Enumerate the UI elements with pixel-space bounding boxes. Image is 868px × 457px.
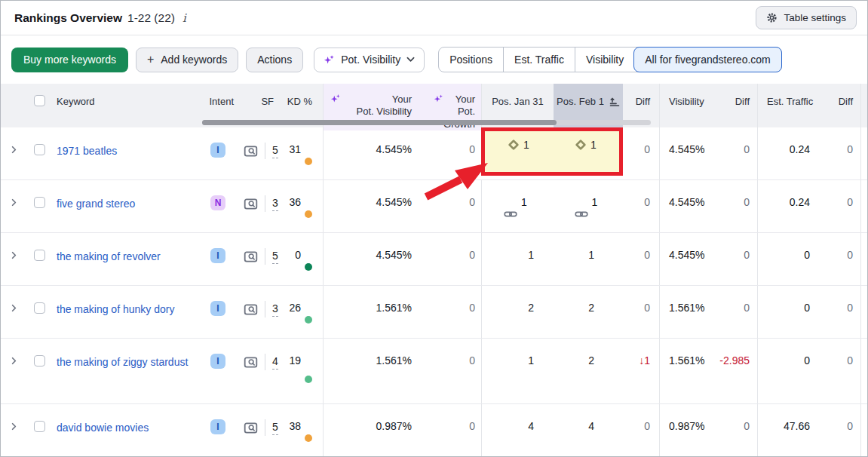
keyword-link[interactable]: the making of ziggy stardust	[57, 354, 188, 370]
info-icon[interactable]: i	[182, 11, 186, 25]
pot-visibility-value: 4.545%	[323, 127, 430, 179]
est-traffic-diff-value: 0	[810, 249, 853, 261]
link-icon	[575, 210, 588, 219]
column-header-est-traffic-group[interactable]: Est. Traffic Diff	[757, 84, 860, 130]
est-traffic-value: 47.66	[758, 420, 810, 432]
pot-visibility-value: 1.561%	[323, 286, 430, 338]
pot-growth-value: 0	[430, 127, 481, 179]
pot-growth-value: 0	[430, 180, 481, 232]
pos-diff-value: 0	[623, 233, 659, 285]
kd-dot	[305, 263, 312, 271]
keyword-link[interactable]: 1971 beatles	[57, 143, 117, 158]
add-keywords-button[interactable]: + Add keywords	[136, 48, 238, 72]
horizontal-scrollbar-thumb[interactable]	[202, 120, 557, 125]
serp-features-count[interactable]: 5	[272, 420, 278, 434]
kd-value: 31	[289, 143, 301, 155]
pot-growth-value: 0	[430, 339, 481, 403]
keyword-link[interactable]: david bowie movies	[57, 420, 149, 435]
visibility-value: 1.561%	[669, 302, 704, 314]
expand-row-icon[interactable]	[8, 421, 20, 432]
pos-jan-value: 1	[481, 339, 554, 403]
pos-diff-value: 0	[623, 404, 659, 456]
pos-feb-value: 1	[592, 196, 598, 208]
tab-visibility[interactable]: Visibility	[575, 48, 634, 72]
expand-row-icon[interactable]	[8, 355, 20, 367]
table-header: Keyword Intent SF KD % YourPot. Visibili…	[1, 84, 867, 127]
pos-feb-value: 1	[590, 139, 597, 151]
sort-icon	[609, 97, 620, 106]
pot-visibility-value: 1.561%	[323, 339, 430, 403]
expand-row-icon[interactable]	[8, 250, 20, 261]
pos-jan-value: 4	[481, 404, 554, 456]
est-traffic-value: 0.24	[758, 143, 810, 155]
est-traffic-diff-value: 0	[810, 420, 853, 432]
column-header-keyword[interactable]: Keyword	[52, 84, 201, 130]
column-header-visibility-group[interactable]: Visibility Diff	[659, 84, 757, 130]
buy-more-keywords-button[interactable]: Buy more keywords	[11, 48, 128, 72]
metric-dropdown[interactable]: Pot. Visibility	[314, 48, 425, 72]
table-settings-button[interactable]: Table settings	[756, 6, 857, 29]
expand-row-icon[interactable]	[8, 197, 20, 208]
serp-features-icon[interactable]	[244, 422, 258, 434]
intent-badge[interactable]: N	[210, 195, 225, 210]
serp-features-icon[interactable]	[244, 250, 258, 263]
actions-button[interactable]: Actions	[246, 48, 303, 72]
est-traffic-diff-value: 0	[810, 354, 853, 367]
serp-features-count[interactable]: 3	[272, 302, 278, 316]
tab-positions[interactable]: Positions	[439, 48, 503, 72]
pos-jan-cell: 1	[485, 131, 552, 172]
pot-visibility-value: 0.987%	[323, 404, 430, 456]
row-checkbox[interactable]	[34, 250, 45, 261]
plus-icon: +	[147, 54, 154, 66]
visibility-diff-value: -2.985	[719, 354, 750, 367]
serp-features-count[interactable]: 5	[272, 143, 278, 158]
pot-visibility-value: 4.545%	[323, 180, 430, 232]
serp-features-icon[interactable]	[244, 198, 258, 210]
table-row: the making of hunky dory I 3 26 1.561% 0…	[1, 286, 867, 339]
kd-dot	[305, 158, 312, 165]
intent-badge[interactable]: I	[210, 143, 225, 158]
row-checkbox[interactable]	[34, 197, 45, 208]
pos-diff-value: 0	[623, 180, 659, 232]
keyword-link[interactable]: five grand stereo	[57, 196, 135, 211]
pos-jan-value: 1	[481, 233, 554, 285]
visibility-diff-value: 0	[744, 143, 750, 155]
keyword-link[interactable]: the making of revolver	[57, 249, 161, 264]
intent-badge[interactable]: I	[210, 354, 225, 369]
pos-feb-value: 2	[554, 339, 623, 403]
expand-row-icon[interactable]	[8, 144, 20, 155]
serp-features-icon[interactable]	[244, 356, 258, 369]
serp-features-count[interactable]: 4	[272, 354, 278, 369]
kd-dot	[305, 316, 312, 324]
table-row: the making of revolver I 5 0 4.545% 0 1 …	[1, 233, 867, 286]
row-checkbox[interactable]	[34, 355, 45, 367]
row-checkbox[interactable]	[34, 421, 45, 432]
kd-dot	[305, 376, 312, 383]
expand-row-icon[interactable]	[8, 302, 20, 314]
keyword-link[interactable]: the making of hunky dory	[57, 302, 174, 317]
pot-growth-value: 0	[430, 286, 481, 338]
serp-features-icon[interactable]	[244, 303, 258, 316]
intent-badge[interactable]: I	[210, 248, 225, 263]
visibility-value: 4.545%	[669, 143, 704, 155]
view-tabs: Positions Est. Traffic Visibility All fo…	[438, 47, 782, 72]
tab-all-for-domain[interactable]: All for fivegrandstereo.com	[633, 47, 782, 72]
toolbar: Buy more keywords + Add keywords Actions…	[1, 35, 867, 84]
intent-badge[interactable]: I	[210, 419, 225, 434]
select-all-checkbox[interactable]	[34, 95, 45, 106]
pos-jan-value: 1	[521, 196, 527, 208]
serp-features-count[interactable]: 5	[272, 249, 278, 263]
row-checkbox[interactable]	[34, 144, 45, 155]
tab-est-traffic[interactable]: Est. Traffic	[503, 48, 575, 72]
visibility-diff-value: 0	[744, 302, 750, 314]
row-checkbox[interactable]	[34, 302, 45, 314]
est-traffic-value: 0	[758, 249, 810, 261]
ai-sparkle-icon	[324, 54, 335, 66]
horizontal-scrollbar[interactable]	[202, 120, 651, 125]
serp-features-icon[interactable]	[244, 145, 258, 158]
serp-feature-diamond-icon	[508, 139, 520, 151]
serp-feature-diamond-icon	[575, 139, 587, 151]
serp-features-count[interactable]: 3	[272, 196, 278, 210]
gear-icon	[766, 12, 778, 23]
intent-badge[interactable]: I	[210, 301, 225, 316]
